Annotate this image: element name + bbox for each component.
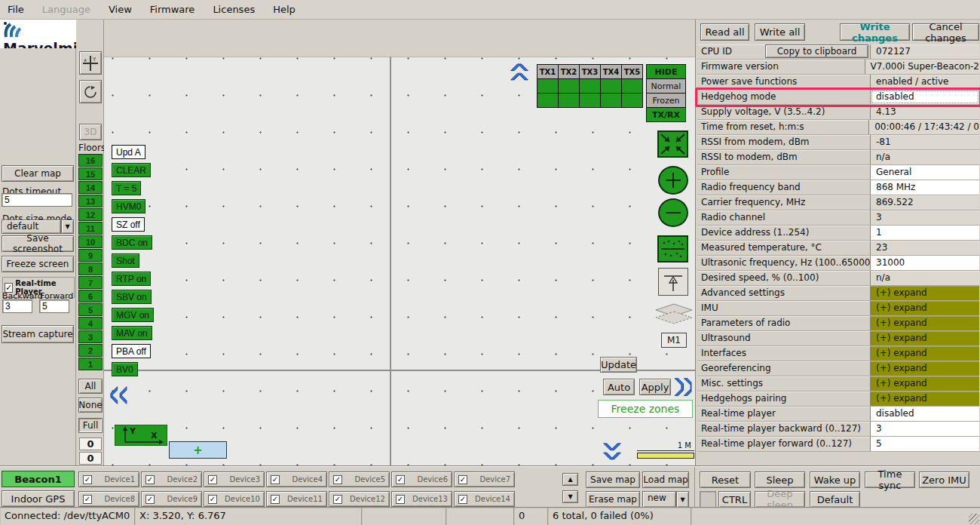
floor-button[interactable]: 2 (78, 344, 103, 357)
map-toolbar-button[interactable]: SZ off (112, 217, 145, 232)
dots-timeout-input[interactable] (2, 193, 72, 207)
param-value[interactable]: (+) expand (871, 301, 979, 315)
floors-all-button[interactable]: All (78, 379, 103, 394)
scroll-left-icon[interactable] (109, 385, 132, 406)
device-checkbox[interactable]: ✓ (271, 495, 280, 504)
device-checkbox[interactable]: ✓ (333, 475, 342, 484)
tx-cell[interactable] (537, 78, 559, 94)
floor-button[interactable]: 13 (78, 195, 103, 207)
param-value[interactable]: n/a (871, 150, 979, 164)
param-value[interactable]: 3 (871, 422, 979, 436)
floor-button[interactable]: 3 (78, 330, 103, 343)
floor-button[interactable]: 6 (78, 290, 103, 302)
menu-item[interactable]: Licenses (213, 4, 255, 15)
map-toolbar-button[interactable]: CLEAR (112, 163, 151, 177)
param-value[interactable]: 31000 (871, 256, 979, 270)
floor-button[interactable]: 7 (78, 276, 103, 289)
copy-to-clipboard-button[interactable]: Copy to clipboard (765, 45, 868, 58)
save-map-button[interactable]: Save map (586, 471, 640, 488)
device-checkbox[interactable]: ✓ (458, 495, 467, 504)
menu-item[interactable]: Firmware (150, 4, 195, 15)
device-checkbox[interactable]: ✓ (271, 475, 280, 484)
param-value[interactable]: (+) expand (871, 331, 979, 345)
add-submap-button[interactable]: + (169, 441, 227, 459)
param-value[interactable]: 868 MHz (871, 180, 979, 195)
device-checkbox[interactable]: ✓ (208, 495, 217, 504)
device-button[interactable]: ✓ Device7 (454, 471, 515, 487)
tx-cell[interactable] (558, 93, 580, 108)
tx-header-cell[interactable]: TX2 (558, 64, 580, 79)
tx-cell[interactable] (621, 78, 643, 94)
device-checkbox[interactable]: ✓ (396, 495, 405, 504)
floor-button[interactable]: 10 (78, 235, 103, 248)
axis-view-button[interactable]: xY (79, 51, 102, 75)
param-value[interactable]: 23 (871, 241, 979, 255)
tx-cell[interactable] (621, 93, 643, 108)
param-value[interactable]: V7.000i Super-Beacon-2 (865, 60, 979, 74)
zoom-in-button[interactable] (658, 166, 688, 195)
time-sync-button[interactable]: Time sync (865, 471, 915, 488)
deep-sleep-button[interactable]: Deep sleep (755, 491, 805, 508)
menu-item[interactable]: Language (42, 4, 90, 15)
tx-normal-button[interactable]: Normal (646, 78, 686, 94)
chevron-down-icon[interactable]: ▼ (61, 220, 74, 234)
device-button[interactable]: ✓ Device6 (391, 471, 452, 487)
map-toolbar-button[interactable]: MAV on (112, 326, 152, 340)
floor-button[interactable]: 9 (78, 249, 103, 262)
devices-scroll-up-button[interactable]: ▲ (562, 473, 578, 486)
rotate-view-button[interactable] (79, 80, 102, 103)
tx-cell[interactable] (558, 78, 580, 94)
apply-button[interactable]: Apply (639, 379, 671, 395)
wake-up-button[interactable]: Wake up (810, 471, 860, 488)
device-button[interactable]: ✓ Device12 (329, 491, 390, 507)
cancel-changes-button[interactable]: Cancel changes (912, 23, 979, 41)
floor-button[interactable]: 8 (78, 262, 103, 275)
param-value[interactable]: (+) expand (871, 361, 979, 376)
map-toolbar-button[interactable]: BV0 (112, 362, 138, 376)
device-button[interactable]: ✓ Device14 (454, 491, 515, 507)
device-checkbox[interactable]: ✓ (333, 495, 342, 504)
param-value[interactable]: 5 (871, 437, 979, 451)
default-button[interactable]: Default (810, 491, 860, 508)
devices-scroll-down-button[interactable]: ▼ (562, 490, 578, 503)
dots-size-select[interactable]: default ▼ (2, 220, 74, 234)
floor-button[interactable]: 11 (78, 222, 103, 235)
map-toolbar-button[interactable]: T = 5 (112, 181, 141, 195)
param-value[interactable]: disabled (871, 90, 979, 104)
map-toolbar-button[interactable]: Shot (112, 253, 139, 268)
map-toolbar-button[interactable]: MGV on (112, 308, 154, 322)
tx-cell[interactable] (579, 93, 601, 108)
tx-header-cell[interactable]: TX5 (621, 64, 643, 79)
device-button[interactable]: ✓ Device9 (141, 491, 202, 507)
save-screenshot-button[interactable]: Save screenshot (2, 235, 74, 252)
menu-item[interactable]: Help (273, 4, 296, 15)
scroll-down-icon[interactable] (602, 442, 623, 465)
device-button[interactable]: ✓ Device3 (204, 471, 265, 487)
tx-header-cell[interactable]: TX4 (600, 64, 622, 79)
tx-cell[interactable] (579, 78, 601, 94)
3d-view-button[interactable]: 3D (79, 124, 102, 140)
floors-none-button[interactable]: None (78, 398, 103, 413)
sleep-button[interactable]: Sleep (755, 471, 805, 488)
param-value[interactable]: disabled (871, 407, 979, 421)
tx-cell[interactable] (537, 93, 559, 108)
floors-full-button[interactable]: Full (78, 418, 103, 433)
load-map-button[interactable]: Load map (642, 471, 689, 488)
layers-icon[interactable] (654, 303, 694, 328)
device-button[interactable]: ✓ Device5 (329, 471, 390, 487)
tx-cell[interactable] (600, 78, 622, 94)
param-value[interactable]: (+) expand (871, 391, 979, 406)
map-toolbar-button[interactable]: Upd A (112, 145, 145, 159)
param-value[interactable]: (+) expand (871, 346, 979, 361)
write-all-button[interactable]: Write all (755, 23, 805, 41)
device-checkbox[interactable]: ✓ (396, 475, 405, 484)
read-all-button[interactable]: Read all (700, 23, 749, 41)
map-toolbar-button[interactable]: RTP on (112, 272, 151, 286)
param-value[interactable]: 3 (871, 210, 979, 225)
param-value[interactable]: General (871, 165, 979, 180)
upload-position-button[interactable] (658, 268, 688, 296)
erase-map-button[interactable]: Erase map (586, 491, 640, 508)
param-value[interactable]: (+) expand (871, 286, 979, 300)
stream-capture-button[interactable]: Stream capture (2, 325, 74, 343)
dots-display-button[interactable] (657, 235, 688, 262)
